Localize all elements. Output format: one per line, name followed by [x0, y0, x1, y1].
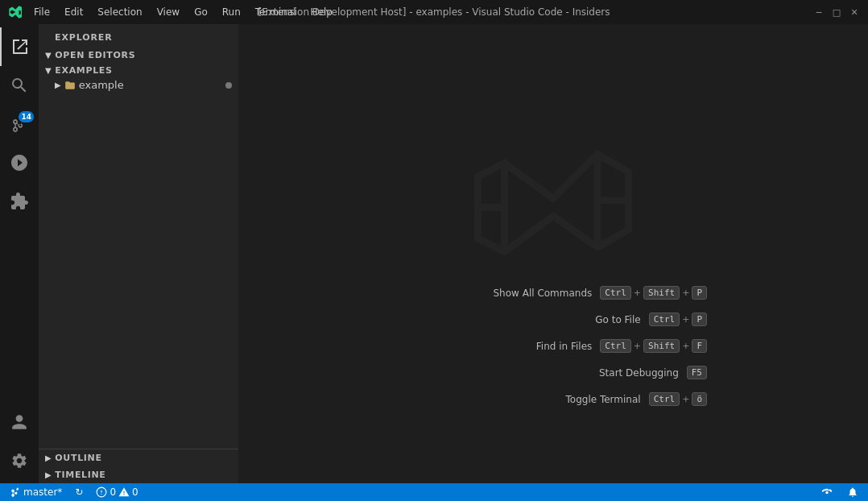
key-ctrl: Ctrl: [600, 286, 631, 300]
key-shift: Shift: [643, 286, 680, 300]
key-shift-3: Shift: [643, 339, 680, 353]
titlebar: File Edit Selection View Go Run Terminal…: [0, 0, 868, 24]
branch-item[interactable]: master*: [6, 483, 65, 501]
outline-label: Outline: [55, 453, 101, 463]
account-activity-icon[interactable]: [0, 403, 39, 441]
warnings-count: 0: [132, 487, 138, 498]
main-layout: 14 Explorer: [0, 24, 868, 483]
statusbar: master* ↻ 0 0: [0, 483, 868, 501]
key-ctrl-2: Ctrl: [649, 313, 680, 326]
folder-icon: [64, 80, 76, 91]
shortcuts-panel: Show All Commands Ctrl + Shift + P Go to…: [494, 286, 708, 419]
errors-item[interactable]: 0 0: [93, 483, 141, 501]
shortcut-keys-3: F5: [687, 366, 707, 379]
key-ctrl-3: Ctrl: [600, 339, 631, 353]
bell-icon: [847, 487, 858, 498]
activity-bar-bottom: [0, 403, 39, 480]
extensions-activity-icon[interactable]: [0, 182, 39, 221]
key-odia: ö: [692, 392, 707, 406]
sync-item[interactable]: ↻: [72, 483, 86, 501]
source-control-badge: 14: [19, 111, 34, 122]
shortcut-label-4: Toggle Terminal: [566, 394, 641, 405]
menu-file[interactable]: File: [27, 5, 56, 19]
errors-count: 0: [110, 487, 116, 498]
statusbar-left: master* ↻ 0 0: [6, 483, 142, 501]
settings-activity-icon[interactable]: [0, 441, 39, 480]
outline-section[interactable]: ▶ Outline: [39, 449, 238, 466]
shortcut-row-3: Start Debugging F5: [494, 366, 708, 379]
menu-run[interactable]: Run: [216, 5, 247, 19]
statusbar-right: [818, 483, 862, 501]
vscode-logo-icon: [8, 5, 23, 19]
activity-bar: 14: [0, 24, 39, 483]
bell-item[interactable]: [844, 483, 862, 501]
window-title: [Extension Development Host] - examples …: [258, 6, 610, 18]
key-f5: F5: [687, 366, 707, 379]
shortcut-row-4: Toggle Terminal Ctrl + ö: [494, 392, 708, 406]
source-control-activity-icon[interactable]: 14: [0, 105, 39, 143]
outline-chevron: ▶: [45, 453, 52, 462]
error-icon: [96, 487, 107, 498]
branch-icon: [10, 487, 21, 498]
explorer-activity-icon[interactable]: [0, 27, 39, 66]
shortcut-label-0: Show All Commands: [494, 288, 593, 299]
shortcut-row-1: Go to File Ctrl + P: [494, 313, 708, 326]
menu-go[interactable]: Go: [188, 5, 214, 19]
tree-item-chevron: ▶: [55, 81, 61, 89]
titlebar-controls: ─ □ ✕: [813, 6, 860, 18]
timeline-chevron: ▶: [45, 470, 52, 479]
broadcast-icon: [821, 487, 833, 498]
shortcut-label-1: Go to File: [595, 314, 640, 325]
tree-item-example[interactable]: ▶ example: [39, 78, 238, 92]
branch-label: master*: [23, 487, 62, 498]
open-editors-section[interactable]: ▼ Open Editors: [39, 48, 238, 63]
run-debug-activity-icon[interactable]: [0, 143, 39, 182]
shortcut-keys-2: Ctrl + Shift + F: [600, 339, 707, 353]
examples-label: Examples: [55, 65, 112, 76]
menu-view[interactable]: View: [151, 5, 186, 19]
key-p: P: [692, 286, 707, 300]
file-tree: ▶ example: [39, 78, 238, 449]
shortcut-row-0: Show All Commands Ctrl + Shift + P: [494, 286, 708, 300]
search-activity-icon[interactable]: [0, 66, 39, 105]
sidebar-bottom: ▶ Outline ▶ Timeline: [39, 449, 238, 483]
tree-item-dot: [225, 82, 232, 89]
svg-point-7: [101, 494, 102, 495]
shortcut-keys-4: Ctrl + ö: [649, 392, 707, 406]
minimize-button[interactable]: ─: [813, 6, 825, 18]
timeline-label: Timeline: [55, 470, 105, 480]
open-editors-label: Open Editors: [55, 50, 135, 60]
close-button[interactable]: ✕: [849, 6, 860, 18]
sidebar: Explorer ▼ Open Editors ▼ Examples ▶ exa…: [39, 24, 238, 483]
sync-icon: ↻: [75, 487, 83, 498]
key-p-2: P: [692, 313, 707, 326]
examples-section[interactable]: ▼ Examples: [39, 63, 238, 78]
shortcut-row-2: Find in Files Ctrl + Shift + F: [494, 339, 708, 353]
warning-icon: [118, 487, 130, 498]
editor-area: Show All Commands Ctrl + Shift + P Go to…: [238, 24, 868, 483]
menu-edit[interactable]: Edit: [58, 5, 89, 19]
maximize-button[interactable]: □: [831, 6, 842, 18]
open-editors-chevron: ▼: [45, 51, 52, 60]
shortcut-keys-1: Ctrl + P: [649, 313, 707, 326]
menu-selection[interactable]: Selection: [91, 5, 148, 19]
examples-chevron: ▼: [45, 66, 52, 75]
shortcut-label-2: Find in Files: [536, 341, 593, 352]
shortcut-label-3: Start Debugging: [599, 367, 679, 379]
key-f: F: [692, 339, 707, 353]
key-ctrl-5: Ctrl: [649, 392, 680, 406]
broadcast-item[interactable]: [818, 483, 836, 501]
tree-item-label: example: [79, 79, 124, 91]
timeline-section[interactable]: ▶ Timeline: [39, 466, 238, 483]
sidebar-title: Explorer: [39, 24, 238, 48]
shortcut-keys-0: Ctrl + Shift + P: [600, 286, 707, 300]
